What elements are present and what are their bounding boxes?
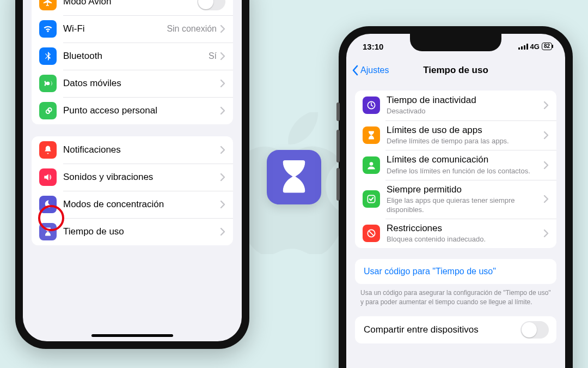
passcode-link[interactable]: Usar código para "Tiempo de uso" (364, 267, 548, 276)
speaker-icon (39, 168, 57, 186)
row-focus[interactable]: Modos de concentración (32, 191, 233, 218)
screen-time-label: Tiempo de uso (63, 226, 220, 237)
chevron-right-icon (220, 106, 225, 115)
row-always-allowed[interactable]: Siempre permitido Elige las apps que qui… (355, 180, 556, 219)
svg-line-4 (369, 231, 373, 236)
chevron-right-icon (543, 101, 549, 110)
downtime-icon (363, 96, 380, 114)
applimit-sub: Define límites de tiempo para las apps. (387, 137, 543, 146)
nav-title: Tiempo de uso (423, 65, 488, 76)
row-sounds[interactable]: Sonidos y vibraciones (32, 164, 233, 191)
chevron-right-icon (220, 79, 225, 88)
hourglass-icon (363, 126, 380, 144)
allowed-title: Siempre permitido (387, 184, 543, 195)
iphone-left: Modo Avión Wi-Fi Sin conexión Bluetooth … (15, 0, 249, 349)
chevron-right-icon (543, 161, 549, 170)
status-time: 13:10 (359, 42, 383, 51)
hotspot-label: Punto acceso personal (63, 105, 220, 116)
cellular-label: Datos móviles (63, 78, 220, 89)
nav-header: Ajustes Tiempo de uso (346, 59, 565, 82)
chevron-right-icon (220, 173, 225, 182)
row-share-devices[interactable]: Compartir entre dispositivos (355, 316, 556, 343)
bluetooth-label: Bluetooth (63, 51, 209, 62)
focus-label: Modos de concentración (63, 199, 220, 210)
comm-title: Límites de comunicación (387, 154, 543, 165)
row-communication-limits[interactable]: Límites de comunicación Define los límit… (355, 150, 556, 180)
hotspot-icon (39, 102, 57, 119)
person-icon (363, 156, 380, 174)
chevron-right-icon (220, 52, 225, 61)
side-button (336, 102, 340, 121)
restrict-title: Restricciones (387, 223, 543, 234)
allowed-sub: Elige las apps que quieras tener siempre… (387, 196, 543, 214)
row-cellular[interactable]: Datos móviles (32, 70, 233, 97)
bluetooth-icon (39, 47, 57, 65)
no-entry-icon (363, 225, 380, 242)
chevron-right-icon (220, 227, 225, 236)
airplane-toggle[interactable] (197, 0, 225, 10)
share-card: Compartir entre dispositivos (355, 316, 556, 343)
passcode-hint: Usa un código para asegurar la configura… (360, 288, 551, 306)
settings-group-connectivity: Modo Avión Wi-Fi Sin conexión Bluetooth … (32, 0, 233, 124)
screen-right: 13:10 4G 82 Ajustes Tiempo de uso Tiempo… (346, 34, 565, 368)
share-toggle[interactable] (520, 321, 549, 339)
bell-icon (39, 141, 57, 159)
row-restrictions[interactable]: Restricciones Bloquea contenido inadecua… (355, 219, 556, 249)
chevron-right-icon (543, 229, 549, 238)
notifications-label: Notificaciones (63, 144, 220, 155)
chevron-right-icon (543, 195, 549, 203)
row-downtime[interactable]: Tiempo de inactividad Desactivado (355, 91, 556, 120)
side-button (336, 130, 340, 162)
passcode-link-card[interactable]: Usar código para "Tiempo de uso" (355, 259, 556, 284)
battery-icon: 82 (542, 43, 552, 50)
wifi-detail: Sin conexión (167, 24, 217, 34)
downtime-title: Tiempo de inactividad (387, 95, 543, 106)
screen-left: Modo Avión Wi-Fi Sin conexión Bluetooth … (23, 0, 242, 341)
settings-group-general: Notificaciones Sonidos y vibraciones Mod… (32, 136, 233, 245)
row-app-limits[interactable]: Límites de uso de apps Define límites de… (355, 120, 556, 150)
wifi-icon (39, 20, 57, 38)
airplane-label: Modo Avión (63, 0, 197, 7)
home-indicator (91, 334, 173, 337)
moon-icon (39, 196, 57, 213)
network-type: 4G (530, 43, 540, 51)
notch (410, 34, 501, 51)
row-notifications[interactable]: Notificaciones (32, 136, 233, 164)
downtime-sub: Desactivado (387, 107, 543, 116)
applimit-title: Límites de uso de apps (387, 125, 543, 136)
screen-time-options: Tiempo de inactividad Desactivado Límite… (355, 91, 556, 248)
chevron-right-icon (220, 25, 225, 33)
row-hotspot[interactable]: Punto acceso personal (32, 97, 233, 124)
chevron-right-icon (220, 146, 225, 154)
side-button (336, 168, 340, 201)
row-bluetooth[interactable]: Bluetooth Sí (32, 43, 233, 70)
check-shield-icon (363, 190, 380, 208)
svg-point-1 (370, 162, 373, 166)
screen-time-app-icon (267, 150, 321, 204)
comm-sub: Define los límites en función de los con… (387, 167, 543, 176)
row-wifi[interactable]: Wi-Fi Sin conexión (32, 15, 233, 43)
chevron-right-icon (220, 200, 225, 209)
chevron-right-icon (543, 131, 549, 140)
bluetooth-detail: Sí (209, 51, 217, 61)
cellular-icon (39, 75, 57, 92)
signal-icon (518, 43, 528, 50)
back-button[interactable]: Ajustes (352, 59, 389, 82)
chevron-left-icon (352, 65, 359, 76)
restrict-sub: Bloquea contenido inadecuado. (387, 235, 543, 244)
hourglass-icon (39, 223, 57, 240)
sounds-label: Sonidos y vibraciones (63, 172, 220, 183)
iphone-right: 13:10 4G 82 Ajustes Tiempo de uso Tiempo… (339, 26, 573, 368)
wifi-label: Wi-Fi (63, 23, 167, 34)
row-screen-time[interactable]: Tiempo de uso (32, 218, 233, 245)
row-airplane-mode[interactable]: Modo Avión (32, 0, 233, 15)
share-label: Compartir entre dispositivos (364, 324, 520, 335)
back-label: Ajustes (360, 65, 389, 75)
airplane-icon (39, 0, 57, 10)
